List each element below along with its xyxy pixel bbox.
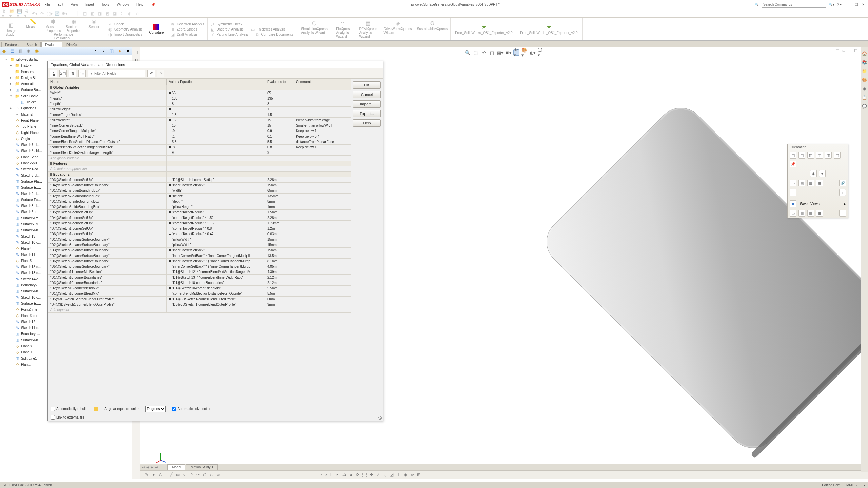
auto-solve-check[interactable]: Automatic solve order [172,407,211,411]
col-comments[interactable]: Comments [294,79,351,85]
edit-appearance-icon[interactable]: 🎨▾ [521,49,528,56]
orient-bottom-icon[interactable]: ◫ [834,152,841,159]
tab-motion-study[interactable]: Motion Study 1 [186,464,218,470]
equations-dialog[interactable]: Equations, Global Variables, and Dimensi… [47,61,383,421]
menu-help[interactable]: Help [135,2,145,7]
offset-icon[interactable]: ⇉ [341,472,347,478]
eq-collapse-icon[interactable]: ↶ [147,70,155,77]
slot-icon[interactable]: ▱ [215,472,221,478]
tb-ico[interactable]: ◪ [112,11,117,16]
orient-normal-icon[interactable]: ⊥ [790,189,796,196]
orient-link-icon[interactable]: 🔗 [839,180,846,186]
parting-line-icon[interactable]: ⫽ [210,32,215,37]
pattern-icon[interactable]: ⋮⋮ [361,472,368,478]
chamfer-icon[interactable]: ◿ [389,472,395,478]
equations-grid[interactable]: Name Value / Equation Evaluates to Comme… [48,79,351,402]
warning-icon[interactable]: ! [94,407,98,411]
menu-window[interactable]: Window [115,2,130,7]
simxpress-icon[interactable]: ⬡ [311,20,318,27]
link-external-check[interactable]: Link to external file: [51,415,85,420]
orientation-panel[interactable]: Orientation ◫ ◫ ◫ ◫ ◫ ◫ 📌 ◈ ▾ ▭ ▤ ▥ ▦ 🔗 … [787,144,848,218]
text-icon[interactable]: T [395,472,401,478]
forum-icon[interactable]: 💬 [862,104,867,109]
vtb-icon[interactable]: ◫ [134,49,139,55]
thickness-icon[interactable]: ▭ [251,27,255,32]
help-button[interactable]: Help [353,119,381,127]
select-icon[interactable]: ⬚▾ [47,11,52,16]
tb-ico[interactable]: ◩ [104,11,110,16]
help-icon[interactable]: ? ▾ [837,3,842,6]
vp-max-icon[interactable]: ❐ [854,49,859,53]
zoom-fit-icon[interactable]: 🔍 [465,49,471,56]
orient-front-icon[interactable]: ◫ [790,152,796,159]
fm-dim-icon[interactable]: ⊕ [26,48,31,54]
point-icon[interactable]: · [222,472,228,478]
orient-4-icon[interactable]: ▦ [816,180,823,186]
vp-min-icon[interactable]: — [848,49,853,53]
rect-icon[interactable]: ▭ [175,472,181,478]
tab-next-icon[interactable]: ▶ [151,465,153,469]
save-icon[interactable]: 💾▾ [17,11,22,16]
3d-icon[interactable]: ◈ [402,472,408,478]
sketch-tool-icon[interactable]: ✎ [144,472,150,478]
tab-dimxpert[interactable]: DimXpert [63,42,84,47]
fillet-icon[interactable]: ◟ [382,472,388,478]
open-icon[interactable]: 📂▾ [9,11,15,16]
orient-2v-icon[interactable]: ▥ [807,180,814,186]
fm-config-icon[interactable]: ▥ [18,48,23,54]
redo-icon[interactable]: ↷ [39,11,45,16]
auto-rebuild-check[interactable]: Automatically rebuild [51,407,87,411]
fm-tree-icon[interactable]: ◆ [1,48,7,54]
display-style-icon[interactable]: ▣▾ [505,49,511,56]
menu-insert[interactable]: Insert [84,2,95,7]
curvature-icon[interactable] [153,24,159,30]
eq-expand-icon[interactable]: ↷ [157,70,164,77]
vp-3-icon[interactable]: ▥ [807,210,814,217]
cancel-button[interactable]: Cancel [353,91,381,98]
filter-field[interactable]: ▼Filter All Fields [88,70,145,77]
spline-icon[interactable]: 〜 [195,472,201,478]
tab-evaluate[interactable]: Evaluate [41,42,62,47]
tab-features[interactable]: Features [1,42,22,47]
tab-sketch[interactable]: Sketch [23,42,41,47]
circle-icon[interactable]: ○ [181,472,188,478]
tb-ico[interactable]: ◇ [134,11,140,16]
symmetry-check-icon[interactable]: ⇄ [210,22,215,27]
fm-back-icon[interactable]: ‹ [93,48,98,54]
check-icon[interactable]: ✓ [108,22,113,27]
dropdown-icon[interactable]: ▾ [151,472,157,478]
tab-first-icon[interactable]: ⏮ [142,465,145,469]
minimize-icon[interactable]: — [847,3,852,6]
sensor-icon[interactable]: ◉ [91,18,97,25]
view-settings-icon[interactable]: 🖵▾ [538,49,544,56]
tab-last-icon[interactable]: ⏭ [155,465,158,469]
dim-icon[interactable]: ⟷ [321,472,327,478]
search-dropdown-icon[interactable]: 🔍▾ [829,3,834,6]
section-view-icon[interactable]: ◫ [489,49,495,56]
rel-icon[interactable]: ⊥ [328,472,334,478]
saved-views-arrow-icon[interactable]: ▸ [844,202,846,206]
view-orient-icon[interactable]: ▦▾ [497,49,503,56]
fm-dropdown-icon[interactable]: ▾ [125,48,131,54]
menu-edit[interactable]: Edit [56,2,64,7]
dfmxpress-icon[interactable]: ▤ [365,20,372,27]
custom-props-icon[interactable]: 📋 [862,95,867,100]
vp-4-icon[interactable]: ▦ [816,210,823,217]
appearances-icon[interactable]: ◉ [862,86,867,92]
section-properties-icon[interactable]: ▦ [70,18,77,25]
file-explorer-icon[interactable]: 📁 [862,68,867,74]
resize-grip-icon[interactable] [378,416,382,420]
print-icon[interactable]: 🖨▾ [24,11,30,16]
mass-properties-icon[interactable]: ⬢ [50,18,57,25]
mirror-icon[interactable]: ⧗ [348,472,354,478]
ok-button[interactable]: OK [353,81,381,89]
orient-iso-icon[interactable]: ◈ [810,170,817,177]
ellipse-icon[interactable]: ⬭ [209,472,215,478]
tab-prev-icon[interactable]: ◀ [146,465,149,469]
status-custom-icon[interactable]: ▾ [864,483,865,487]
fm-fwd-icon[interactable]: › [101,48,106,54]
tb-ico[interactable]: ◎ [127,11,132,16]
move-icon[interactable]: ✥ [368,472,374,478]
trim-icon[interactable]: ✂ [334,472,340,478]
saved-views-icon[interactable]: ★ [790,200,796,207]
